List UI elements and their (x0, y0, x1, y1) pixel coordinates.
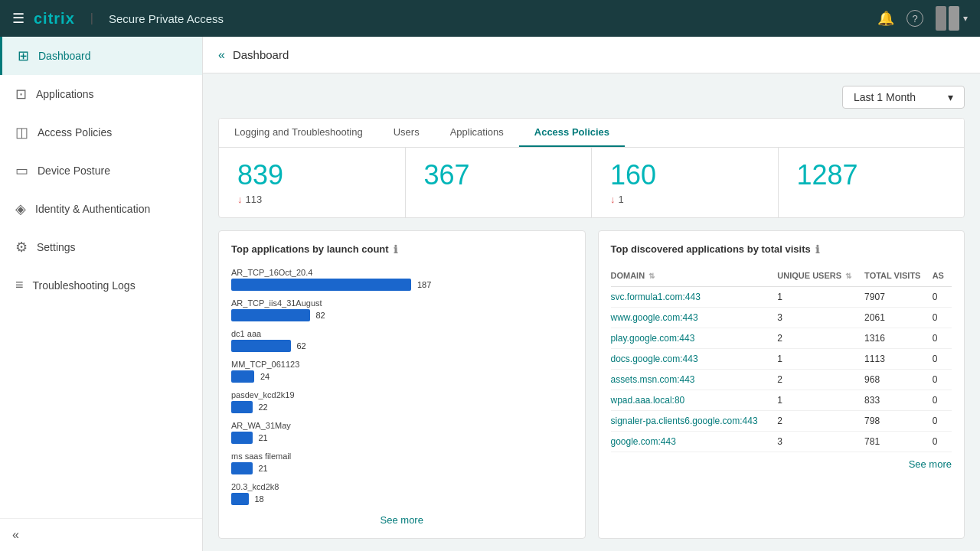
table-cell: 781 (864, 431, 933, 452)
sidebar-item-access-policies[interactable]: ◫ Access Policies (0, 113, 202, 152)
bar-item: pasdev_kcd2k19 22 (231, 390, 573, 413)
table-cell: 798 (864, 410, 933, 431)
bar-item: 20.3_kcd2k8 18 (231, 482, 573, 505)
bar-item: ms saas filemail 21 (231, 452, 573, 474)
table-cell[interactable]: signaler-pa.clients6.google.com:443 (611, 410, 778, 431)
sidebar-item-settings[interactable]: ⚙ Settings (0, 228, 202, 266)
sidebar-label-settings: Settings (37, 241, 76, 253)
stats-card: Logging and Troubleshooting Users Applic… (218, 118, 965, 218)
bar-row: 82 (231, 309, 573, 321)
date-filter-label: Last 1 Month (854, 91, 916, 103)
table-cell: 1 (777, 390, 864, 410)
top-discovered-info-icon[interactable]: ℹ (815, 243, 819, 256)
stat-number-2: 160 (610, 160, 763, 191)
sort-icon[interactable]: ⇅ (646, 272, 655, 280)
bar-fill (231, 462, 253, 474)
table-cell: 1 (777, 286, 864, 307)
tab-applications[interactable]: Applications (435, 119, 519, 147)
table-header[interactable]: UNIQUE USERS ⇅ (777, 268, 864, 287)
date-filter-row: Last 1 Month ▾ (218, 86, 965, 109)
table-cell[interactable]: svc.formula1.com:443 (611, 286, 778, 307)
table-header[interactable]: DOMAIN ⇅ (611, 268, 778, 287)
table-cell: 968 (864, 369, 933, 390)
table-row: www.google.com:443320610 (611, 307, 952, 328)
table-cell[interactable]: wpad.aaa.local:80 (611, 390, 778, 410)
bar-fill (231, 309, 310, 321)
table-cell[interactable]: docs.google.com:443 (611, 348, 778, 369)
see-more-apps[interactable]: See more (231, 514, 573, 526)
table-row: wpad.aaa.local:8018330 (611, 390, 952, 410)
bar-list: AR_TCP_16Oct_20.4 187 AR_TCP_iis4_31Augu… (231, 268, 573, 505)
app-title: Secure Private Access (109, 12, 224, 25)
bar-label: AR_TCP_iis4_31August (231, 298, 573, 308)
tab-access-policies[interactable]: Access Policies (519, 119, 625, 147)
bar-track (231, 432, 253, 444)
breadcrumb-bar: « Dashboard (203, 37, 980, 73)
bar-label: pasdev_kcd2k19 (231, 390, 573, 399)
tab-users[interactable]: Users (378, 119, 435, 147)
page-title: Dashboard (233, 48, 289, 61)
sort-icon[interactable]: ⇅ (843, 272, 851, 280)
user-menu-chevron: ▾ (963, 13, 968, 24)
bar-label: AR_TCP_16Oct_20.4 (231, 268, 573, 277)
table-row: google.com:44337810 (611, 431, 952, 452)
hamburger-icon[interactable]: ☰ (12, 10, 24, 27)
bar-track (231, 370, 254, 383)
table-cell[interactable]: play.google.com:443 (611, 328, 778, 348)
table-cell: 0 (933, 431, 952, 452)
dashboard-icon: ⊞ (18, 47, 29, 64)
bar-value: 18 (255, 494, 264, 504)
bar-row: 187 (231, 279, 573, 291)
tab-logging[interactable]: Logging and Troubleshooting (219, 119, 378, 147)
breadcrumb-collapse-icon[interactable]: « (218, 48, 225, 62)
sidebar-item-dashboard[interactable]: ⊞ Dashboard (0, 37, 202, 75)
sidebar-label-device-posture: Device Posture (38, 165, 110, 177)
bar-value: 22 (259, 403, 268, 412)
top-discovered-chart-card: Top discovered applications by total vis… (598, 230, 965, 539)
stat-number-0: 839 (237, 160, 390, 191)
date-filter-dropdown[interactable]: Last 1 Month ▾ (842, 86, 965, 109)
topnav: ☰ citrix | Secure Private Access 🔔 ? ▾ (0, 0, 980, 37)
bar-fill (231, 401, 253, 413)
table-cell: 0 (933, 369, 952, 390)
table-cell: 1113 (864, 348, 933, 369)
settings-icon: ⚙ (15, 239, 28, 256)
stats-tabs: Logging and Troubleshooting Users Applic… (219, 119, 964, 148)
bell-icon[interactable]: 🔔 (877, 10, 894, 27)
arrow-down-icon-0: ↓ (237, 194, 243, 205)
sidebar-item-troubleshooting-logs[interactable]: ≡ Troubleshooting Logs (0, 266, 202, 304)
sidebar-label-applications: Applications (36, 88, 94, 100)
table-cell: 3 (777, 307, 864, 328)
table-cell: 2 (777, 369, 864, 390)
bar-item: AR_TCP_16Oct_20.4 187 (231, 268, 573, 291)
table-cell: 0 (933, 390, 952, 410)
bar-item: AR_TCP_iis4_31August 82 (231, 298, 573, 321)
table-header: AS (933, 268, 952, 287)
table-cell: 833 (864, 390, 933, 410)
sidebar-collapse-button[interactable]: « (0, 518, 202, 551)
table-cell[interactable]: google.com:443 (611, 431, 778, 452)
bar-row: 22 (231, 401, 573, 413)
bar-item: AR_WA_31May 21 (231, 421, 573, 444)
see-more-discovered[interactable]: See more (611, 458, 952, 470)
bar-value: 21 (259, 433, 268, 442)
device-posture-icon: ▭ (15, 162, 28, 179)
top-apps-info-icon[interactable]: ℹ (394, 243, 397, 256)
sidebar-item-applications[interactable]: ⊡ Applications (0, 75, 202, 113)
table-cell[interactable]: www.google.com:443 (611, 307, 778, 328)
bar-value: 24 (260, 372, 270, 381)
user-avatar-button[interactable]: ▾ (936, 6, 968, 31)
access-policies-icon: ◫ (15, 124, 28, 141)
bar-value: 21 (259, 464, 268, 473)
sidebar-item-identity-authentication[interactable]: ◈ Identity & Authentication (0, 190, 202, 228)
table-cell: 0 (933, 286, 952, 307)
help-icon[interactable]: ? (906, 10, 923, 27)
sidebar: ⊞ Dashboard ⊡ Applications ◫ Access Poli… (0, 37, 203, 551)
bar-item: dc1 aaa 62 (231, 329, 573, 352)
stat-cell-3: 1287 (779, 148, 965, 217)
stat-cell-1: 367 (406, 148, 593, 217)
sidebar-item-device-posture[interactable]: ▭ Device Posture (0, 152, 202, 190)
bar-fill (231, 370, 254, 383)
table-cell[interactable]: assets.msn.com:443 (611, 369, 778, 390)
date-filter-chevron: ▾ (948, 91, 953, 103)
